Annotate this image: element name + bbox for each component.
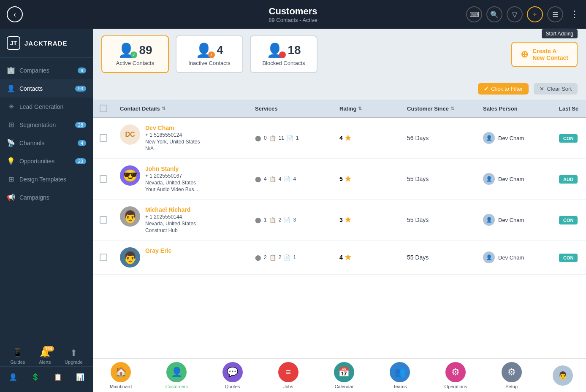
services-mr: ⬤ 1 📋 2 📄 3: [255, 217, 339, 223]
blocked-contacts-count: 18: [288, 43, 301, 57]
contact-name-js[interactable]: John Stanly: [145, 165, 198, 172]
contact-name-mr[interactable]: Michael Richard: [145, 206, 196, 213]
customer-since-sort-icon[interactable]: ⇅: [450, 106, 454, 111]
hex-person-icon[interactable]: 👤: [5, 369, 21, 384]
table-row: 😎 John Stanly + 1 2025550167 Nevada, Uni…: [93, 159, 586, 200]
user-avatar-bottom[interactable]: 👨: [553, 365, 573, 386]
avatar-dc: DC: [120, 124, 140, 145]
customers-icon: 👤: [166, 362, 187, 382]
contact-info-mr: 👨 Michael Richard + 1 2025550144 Nevada,…: [120, 206, 255, 233]
tab-quotes[interactable]: 💬 Quotes: [218, 362, 247, 389]
tab-customers[interactable]: 👤 Customers: [162, 362, 191, 389]
sidebar-hex-nav: 👤 💲 📋 📊: [0, 366, 93, 387]
svc-count2-js: 4: [279, 176, 282, 182]
sidebar-item-label: Opportunities: [19, 158, 54, 165]
th-rating-label: Rating: [339, 105, 356, 112]
row-checkbox[interactable]: [100, 254, 120, 261]
contact-details-sort-icon[interactable]: ⇅: [162, 106, 165, 111]
header-title-group: Customers 89 Contacts - Active: [269, 6, 317, 23]
tab-operations[interactable]: ⚙ Operations: [441, 362, 470, 389]
sidebar-bottom-actions: 📱 Guides 🔔 164 Alerts ⬆ Upgrade: [0, 344, 93, 366]
more-icon-button[interactable]: ⋮: [570, 9, 579, 20]
tab-mainboard[interactable]: 🏠 Mainboard: [106, 362, 136, 389]
tag-mr: CON: [559, 216, 586, 224]
keyboard-icon-button[interactable]: ⌨: [466, 6, 482, 22]
search-icon-button[interactable]: 🔍: [486, 6, 502, 22]
back-button[interactable]: ‹: [7, 6, 23, 22]
filter-label: Click to Filter: [491, 86, 523, 92]
sidebar-item-contacts[interactable]: 👤 Contacts 93: [0, 79, 93, 97]
tab-setup-label: Setup: [505, 384, 518, 389]
guides-button[interactable]: 📱 Guides: [10, 348, 25, 365]
th-services: Services: [255, 105, 339, 112]
sales-avatar-dc: 👤: [483, 132, 495, 144]
add-icon-button[interactable]: +: [527, 6, 543, 22]
main-layout: JT JACKTRADE 🏢 Companies 9 👤 Contacts 93…: [0, 29, 586, 392]
channels-icon: 📡: [7, 139, 15, 147]
th-checkbox: [100, 105, 120, 112]
tab-jobs-label: Jobs: [283, 384, 293, 389]
contact-name-dc[interactable]: Dev Cham: [145, 124, 200, 131]
contacts-icon: 👤: [7, 84, 15, 92]
active-contacts-card[interactable]: 👤 ✓ 89 Active Contacts: [101, 35, 169, 73]
days-js: 55 Days: [407, 176, 483, 182]
svc-dot-icon: ⬤: [255, 217, 261, 223]
svc-count2-mr: 2: [279, 217, 282, 223]
calendar-icon: 📅: [334, 362, 354, 382]
campaigns-icon: 📢: [7, 193, 15, 201]
upgrade-button[interactable]: ⬆ Upgrade: [65, 348, 82, 365]
row-checkbox[interactable]: [100, 134, 120, 142]
sales-person-ge: 👤 Dev Cham: [483, 251, 559, 263]
svc-count1-mr: 1: [264, 217, 267, 223]
rating-dc: 4 ★: [339, 133, 407, 143]
blocked-contacts-card[interactable]: 👤 – 18 Blocked Contacts: [250, 35, 317, 73]
create-new-contact-button[interactable]: ⊕ Create ANew Contact: [511, 42, 578, 67]
th-last-se: Last Se: [559, 105, 586, 112]
hex-dollar-icon[interactable]: 💲: [28, 369, 43, 384]
tab-setup[interactable]: ⚙ Setup: [497, 362, 526, 389]
sidebar-item-companies[interactable]: 🏢 Companies 9: [0, 61, 93, 79]
contact-info-dc: DC Dev Cham + 1 5185550124 New York, Uni…: [120, 124, 255, 151]
sidebar-item-campaigns[interactable]: 📢 Campaigns: [0, 188, 93, 206]
inactive-contacts-card[interactable]: 👤 ! 4 Inactive Contacts: [176, 35, 243, 73]
sidebar-item-lead-generation[interactable]: ✳ Lead Generation: [0, 97, 93, 116]
sidebar-item-design-templates[interactable]: ⊞ Design Templates: [0, 170, 93, 188]
filter-icon-button[interactable]: ▽: [507, 6, 523, 22]
hex-doc-icon[interactable]: 📋: [50, 369, 65, 384]
svc-dot-icon: ⬤: [255, 135, 261, 141]
click-to-filter-button[interactable]: ✔ Click to Filter: [478, 83, 529, 95]
tab-calendar[interactable]: 📅 Calendar: [329, 362, 359, 389]
contact-location-dc: New York, United States: [145, 139, 200, 145]
sidebar-item-segmentation[interactable]: ⊞ Segmentation 28: [0, 116, 93, 134]
sidebar-nav: 🏢 Companies 9 👤 Contacts 93 ✳ Lead Gener…: [0, 58, 93, 339]
tab-jobs[interactable]: ≡ Jobs: [274, 362, 303, 389]
rating-sort-icon[interactable]: ⇅: [358, 106, 362, 111]
tab-teams[interactable]: 👥 Teams: [385, 362, 415, 389]
channels-badge: 4: [78, 140, 86, 146]
sidebar-logo: JT JACKTRADE: [0, 29, 93, 58]
alerts-button[interactable]: 🔔 164 Alerts: [39, 348, 51, 365]
sidebar-item-channels[interactable]: 📡 Channels 4: [0, 134, 93, 152]
segmentation-badge: 28: [75, 122, 86, 128]
sales-person-js: 👤 Dev Cham: [483, 173, 559, 185]
contact-phone-js: + 1 2025550167: [145, 173, 198, 179]
th-services-label: Services: [255, 105, 278, 112]
row-checkbox[interactable]: [100, 216, 120, 224]
contact-name-ge[interactable]: Gray Eric: [145, 247, 171, 254]
hex-chart-icon[interactable]: 📊: [73, 369, 88, 384]
select-all-checkbox[interactable]: [100, 105, 107, 112]
tab-calendar-label: Calendar: [335, 384, 354, 389]
menu-icon-button[interactable]: ☰: [547, 6, 563, 22]
clear-sort-button[interactable]: ✕ Clear Sort: [534, 83, 578, 95]
svc-count3-ge: 1: [293, 254, 296, 260]
blocked-contacts-icon: 👤 –: [266, 42, 283, 58]
companies-badge: 9: [78, 68, 86, 73]
sidebar-item-opportunities[interactable]: 💡 Opportunities 20: [0, 152, 93, 170]
contact-company-dc: N/A: [145, 146, 200, 151]
sidebar: JT JACKTRADE 🏢 Companies 9 👤 Contacts 93…: [0, 29, 93, 392]
svc-mail-icon: 📋: [269, 254, 276, 261]
operations-icon: ⚙: [445, 362, 466, 382]
rating-value-mr: 3: [339, 216, 343, 223]
row-checkbox[interactable]: [100, 175, 120, 183]
th-sales-person: Sales Person: [483, 105, 559, 112]
